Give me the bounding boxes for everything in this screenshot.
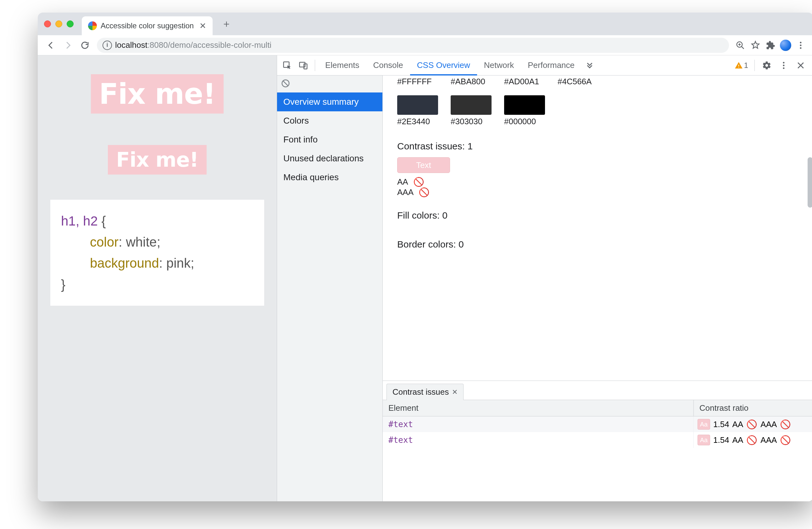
titlebar: Accessible color suggestion ✕ ＋ [38,13,812,35]
svg-point-7 [783,62,785,63]
browser-window: Accessible color suggestion ✕ ＋ i localh… [38,13,812,501]
sidebar-item-colors[interactable]: Colors [277,111,382,130]
heading-1: Fix me! [91,74,224,114]
fail-icon: 🚫 [746,419,757,430]
color-swatch[interactable] [504,95,545,115]
svg-point-2 [800,44,802,46]
code-block: h1, h2 { color: white; background: pink;… [50,200,264,306]
extensions-icon[interactable] [764,38,778,52]
fail-icon: 🚫 [419,187,430,198]
site-info-icon[interactable]: i [102,41,112,50]
col-ratio: Contrast ratio [694,400,812,416]
bookmark-icon[interactable] [749,38,762,52]
svg-point-3 [800,47,802,49]
col-element: Element [383,400,694,416]
table-header: Element Contrast ratio [383,400,812,416]
tab-network[interactable]: Network [477,55,521,75]
contrast-swatch: Aa [697,419,710,430]
browser-toolbar: i localhost:8080/demo/accessible-color-m… [38,35,812,55]
sidebar-item-media[interactable]: Media queries [277,168,382,187]
tab-title: Accessible color suggestion [101,22,194,30]
contrast-swatch: Aa [697,435,710,445]
browser-menu-icon[interactable] [794,38,808,52]
svg-point-8 [783,65,785,66]
fail-icon: 🚫 [780,419,791,430]
sidebar-item-overview[interactable]: Overview summary [277,92,382,111]
reload-button[interactable] [77,38,92,53]
svg-point-9 [783,67,785,69]
maximize-window-button[interactable] [67,20,74,27]
contrast-issues-heading: Contrast issues: 1 [383,128,812,157]
browser-tab[interactable]: Accessible color suggestion ✕ [82,16,213,35]
sidebar-item-unused[interactable]: Unused declarations [277,149,382,168]
table-row[interactable]: #text Aa 1.54 AA🚫 AAA🚫 [383,416,812,432]
contrast-levels: AA🚫 AAA🚫 [397,177,812,198]
contrast-issues-panel: Contrast issues ✕ Element Contrast ratio [383,381,812,501]
color-swatch[interactable] [397,95,438,115]
close-devtools-icon[interactable] [793,57,809,74]
fail-icon: 🚫 [780,435,791,445]
devtools-tabstrip: Elements Console CSS Overview Network Pe… [277,55,812,75]
devtools-body: Overview summary Colors Font info Unused… [277,75,812,501]
border-colors-heading: Border colors: 0 [383,226,812,255]
tab-elements[interactable]: Elements [318,55,366,75]
devtools-panel: Elements Console CSS Overview Network Pe… [277,55,812,501]
tabs-overflow-icon[interactable] [581,57,598,74]
window-controls [44,20,74,27]
zoom-icon[interactable] [734,38,747,52]
contrast-issues-tab[interactable]: Contrast issues ✕ [387,384,464,400]
content-area: Fix me! Fix me! h1, h2 { color: white; b… [38,55,812,501]
sidebar-item-font[interactable]: Font info [277,130,382,149]
svg-point-1 [800,42,802,43]
close-panel-icon[interactable]: ✕ [452,388,458,396]
tab-console[interactable]: Console [366,55,410,75]
new-tab-button[interactable]: ＋ [220,18,233,30]
tab-favicon [88,22,97,30]
annotation-arrow [383,155,385,188]
toolbar-right [734,38,808,52]
address-bar[interactable]: i localhost:8080/demo/accessible-color-m… [97,38,729,53]
color-swatch[interactable] [451,95,492,115]
minimize-window-button[interactable] [55,20,62,27]
devtools-menu-icon[interactable] [775,57,792,74]
table-row[interactable]: #text Aa 1.54 AA🚫 AAA🚫 [383,432,812,448]
fill-colors-heading: Fill colors: 0 [383,198,812,226]
close-tab-icon[interactable]: ✕ [199,21,206,31]
settings-icon[interactable] [758,57,775,74]
close-window-button[interactable] [44,20,51,27]
fail-icon: 🚫 [413,177,424,187]
contrast-text-chip[interactable]: Text [397,157,450,173]
profile-avatar[interactable] [779,38,793,52]
back-button[interactable] [43,38,58,53]
tab-performance[interactable]: Performance [521,55,581,75]
swatch-row-mid [383,88,812,117]
heading-2: Fix me! [108,145,207,174]
css-overview-sidebar: Overview summary Colors Font info Unused… [277,75,383,501]
url-text: localhost:8080/demo/accessible-color-mul… [115,40,271,50]
swatch-codes-mid: #2E3440 #303030 #000000 [383,117,812,128]
stop-capture-icon[interactable] [277,75,382,92]
tab-css-overview[interactable]: CSS Overview [410,55,477,75]
fail-icon: 🚫 [746,435,757,445]
web-page: Fix me! Fix me! h1, h2 { color: white; b… [38,55,277,501]
swatch-codes-top: #FFFFFF #ABA800 #AD00A1 #4C566A [383,75,812,88]
warnings-indicator[interactable]: 1 [732,61,751,70]
forward-button[interactable] [60,38,75,53]
device-toolbar-icon[interactable] [295,57,311,74]
inspect-element-icon[interactable] [279,57,295,74]
css-overview-main: #FFFFFF #ABA800 #AD00A1 #4C566A #2E3440 [383,75,812,501]
